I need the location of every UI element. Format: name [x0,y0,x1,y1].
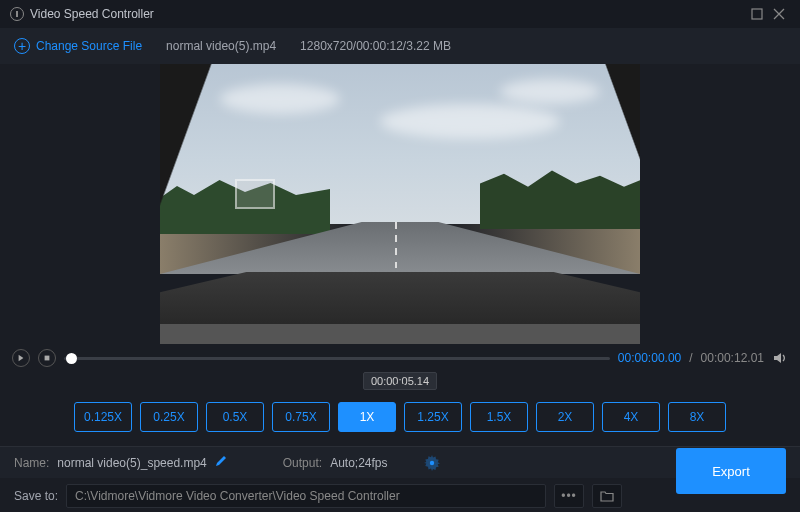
marker-row: 00:00:05.14 [0,372,800,396]
titlebar: Video Speed Controller [0,0,800,28]
name-label: Name: [14,456,49,470]
video-frame [160,64,640,344]
change-source-button[interactable]: + Change Source File [14,38,142,54]
speed-button-1.25x[interactable]: 1.25X [404,402,462,432]
speed-row: 0.125X0.25X0.5X0.75X1X1.25X1.5X2X4X8X [0,396,800,446]
playback-controls: 00:00:00.00/00:00:12.01 [0,344,800,372]
save-label: Save to: [14,489,58,503]
edit-name-icon[interactable] [215,455,227,470]
plus-icon: + [14,38,30,54]
speed-button-0.5x[interactable]: 0.5X [206,402,264,432]
speed-button-0.125x[interactable]: 0.125X [74,402,132,432]
export-button[interactable]: Export [676,448,786,494]
source-meta: 1280x720/00:00:12/3.22 MB [300,39,451,53]
time-marker: 00:00:05.14 [363,372,437,390]
speed-button-0.25x[interactable]: 0.25X [140,402,198,432]
maximize-button[interactable] [746,3,768,25]
svg-rect-0 [752,9,762,19]
playhead[interactable] [66,353,77,364]
time-current: 00:00:00.00 [618,351,681,365]
name-value: normal video(5)_speed.mp4 [57,456,206,470]
play-button[interactable] [12,349,30,367]
speed-button-4x[interactable]: 4X [602,402,660,432]
change-source-label: Change Source File [36,39,142,53]
speed-button-8x[interactable]: 8X [668,402,726,432]
close-button[interactable] [768,3,790,25]
output-value: Auto;24fps [330,456,387,470]
speed-button-1x[interactable]: 1X [338,402,396,432]
stop-button[interactable] [38,349,56,367]
output-label: Output: [283,456,322,470]
svg-rect-1 [45,356,50,361]
timeline-slider[interactable] [64,357,610,360]
video-preview [0,64,800,344]
output-settings-icon[interactable] [424,455,440,471]
speed-button-2x[interactable]: 2X [536,402,594,432]
speed-button-1.5x[interactable]: 1.5X [470,402,528,432]
volume-icon[interactable] [772,350,788,366]
source-filename: normal video(5).mp4 [166,39,276,53]
browse-path-button[interactable]: ••• [554,484,584,508]
open-folder-button[interactable] [592,484,622,508]
app-logo-icon [10,7,24,21]
toolbar: + Change Source File normal video(5).mp4… [0,28,800,64]
time-total: 00:00:12.01 [701,351,764,365]
save-path[interactable]: C:\Vidmore\Vidmore Video Converter\Video… [66,484,546,508]
speed-button-0.75x[interactable]: 0.75X [272,402,330,432]
app-title: Video Speed Controller [30,7,746,21]
